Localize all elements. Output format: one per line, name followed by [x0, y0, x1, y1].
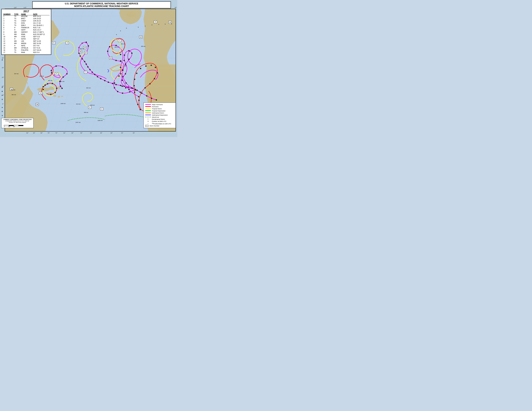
storm-date: AUG 13-17 — [33, 29, 50, 31]
svg-point-146 — [120, 54, 121, 55]
svg-text:30°: 30° — [133, 132, 135, 134]
svg-point-140 — [125, 87, 126, 88]
legend-major-hurricane-line — [145, 104, 151, 105]
svg-text:T: T — [1, 95, 3, 96]
legend-pos-1200: ○ ddPosition/date at 1200 UTC — [145, 122, 174, 125]
legend-pos-1200-label: ddPosition/date at 1200 UTC — [152, 122, 171, 125]
svg-text:962 mb: 962 mb — [86, 87, 91, 89]
svg-text:6: 6 — [40, 92, 41, 94]
storm-number: 15 — [3, 47, 14, 49]
svg-text:908 mb: 908 mb — [84, 112, 88, 113]
chart-title-box: U.S. DEPARTMENT OF COMMERCE, NATIONAL WE… — [32, 1, 171, 8]
projection-line1: LAMBERT CONFORMAL CONIC PROJECTION — [2, 119, 32, 120]
svg-point-176 — [138, 100, 140, 101]
legend-pos-0000: ● Position at 0000 UTC — [145, 120, 174, 122]
svg-point-181 — [52, 83, 53, 84]
storm-number: 3 — [3, 20, 14, 22]
svg-point-180 — [47, 83, 48, 84]
storm-number: 5 — [3, 24, 14, 27]
storm-name: IRMA — [21, 33, 33, 36]
svg-point-121 — [62, 66, 63, 67]
legend-tropical-storm-line — [145, 108, 151, 109]
svg-point-132 — [131, 53, 133, 54]
svg-point-16 — [127, 12, 136, 17]
legend-subtropical-storm: Subtropical Storm — [145, 112, 174, 114]
svg-point-156 — [114, 87, 115, 88]
svg-text:0: 0 — [4, 126, 5, 127]
svg-text:S: S — [1, 107, 3, 108]
svg-text:+: + — [116, 34, 117, 36]
storm-name: PHILIPPE — [21, 49, 33, 51]
svg-point-147 — [115, 45, 117, 46]
storm-type: MH — [14, 36, 21, 38]
storm-number: 6 — [3, 27, 14, 29]
storm-name: LEE — [21, 40, 33, 42]
svg-point-114 — [86, 42, 87, 43]
svg-point-6 — [53, 95, 57, 97]
storm-type: TS — [14, 20, 21, 22]
projection-line3: SCALE OF NAUTICAL MILES — [2, 122, 32, 123]
svg-text:70°: 70° — [55, 132, 57, 134]
svg-point-165 — [134, 79, 135, 80]
svg-point-124 — [51, 72, 52, 74]
storm-row: 10 MH JOSE SEP 5-22 — [3, 36, 50, 38]
storm-type: MH — [14, 47, 21, 49]
svg-text:990 mb: 990 mb — [114, 47, 119, 48]
svg-text:80°: 80° — [40, 132, 43, 134]
svg-point-182 — [56, 88, 57, 89]
svg-text:3: 3 — [67, 42, 67, 44]
svg-text:115°: 115° — [24, 7, 27, 8]
storm-date: SEP 16-30 — [33, 42, 50, 45]
svg-point-137 — [125, 73, 126, 75]
svg-point-174 — [144, 87, 146, 88]
svg-point-170 — [155, 67, 156, 68]
svg-point-149 — [107, 51, 108, 52]
svg-point-104 — [92, 72, 93, 73]
svg-text:120°: 120° — [14, 7, 17, 8]
svg-text:1: 1 — [119, 40, 120, 41]
svg-text:1001 mb: 1001 mb — [59, 81, 65, 82]
legend-tropical-storm-label: Tropical Storm — [152, 108, 162, 110]
svg-text:+: + — [158, 24, 159, 25]
svg-text:35°: 35° — [175, 7, 177, 8]
svg-point-161 — [140, 109, 141, 110]
svg-text:H: H — [1, 99, 3, 100]
storm-number: 2 — [3, 18, 14, 20]
projection-line2: STANDARD PARALLELS AT 30° AND 60° — [2, 120, 32, 122]
legend-wave-low-label: Wave/Low — [152, 116, 159, 118]
storm-date: NOV 5-9 — [33, 51, 50, 54]
storm-name: ARLENE — [21, 15, 33, 18]
svg-point-133 — [128, 50, 130, 51]
svg-point-157 — [117, 91, 118, 92]
svg-text:15: 15 — [169, 21, 171, 23]
legend-hurricane: Hurricane — [145, 106, 174, 108]
storm-name: MARIA — [21, 42, 33, 45]
legend-tropical-storm: Tropical Storm — [145, 108, 174, 110]
legend-pos-1200-icon: ○ — [145, 123, 151, 124]
legend-extratropical-label: Extratropical Storm — [152, 118, 165, 120]
storm-date: AUG 7-10 — [33, 27, 50, 29]
storm-type: MH — [14, 40, 21, 42]
storm-row: 17 TS RINA NOV 5-9 — [3, 51, 50, 54]
storm-row: 7 H GERT AUG 13-17 — [3, 29, 50, 31]
storm-name: HARVEY — [21, 31, 33, 33]
svg-point-98 — [112, 83, 113, 84]
storm-date: JUL 17-18 — [33, 22, 50, 24]
svg-text:14: 14 — [84, 47, 86, 48]
storm-name: KATIA — [21, 38, 33, 40]
svg-text:2: 2 — [89, 107, 90, 108]
col-date: DATE — [33, 13, 50, 15]
svg-point-169 — [151, 65, 152, 66]
svg-text:17: 17 — [85, 52, 87, 53]
svg-text:55°: 55° — [80, 132, 83, 134]
svg-text:+: + — [145, 25, 146, 27]
storm-date: JUN 20-23 — [33, 20, 50, 22]
svg-text:7: 7 — [85, 71, 86, 73]
storm-type: TS — [14, 51, 21, 54]
svg-point-11 — [57, 87, 61, 89]
storm-row: 5 TS EMILY JUL 30-AUG 1 — [3, 24, 50, 27]
storm-type: MH — [14, 31, 21, 33]
svg-point-123 — [51, 70, 52, 71]
svg-text:+: + — [126, 28, 127, 29]
storm-type: MH — [14, 42, 21, 45]
